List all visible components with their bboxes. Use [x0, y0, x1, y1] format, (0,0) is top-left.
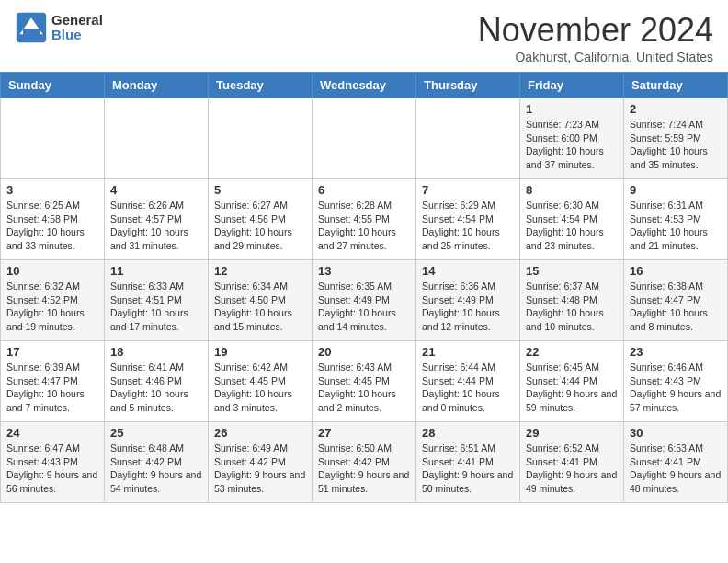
day-number: 16	[630, 264, 722, 278]
day-info: Sunrise: 6:49 AM Sunset: 4:42 PM Dayligh…	[214, 442, 306, 496]
calendar-day-cell: 9Sunrise: 6:31 AM Sunset: 4:53 PM Daylig…	[624, 179, 728, 260]
day-number: 25	[110, 426, 202, 440]
day-info: Sunrise: 6:29 AM Sunset: 4:54 PM Dayligh…	[422, 199, 514, 253]
calendar-day-cell: 22Sunrise: 6:45 AM Sunset: 4:44 PM Dayli…	[520, 341, 624, 422]
calendar-day-cell	[209, 98, 313, 179]
calendar-day-cell: 3Sunrise: 6:25 AM Sunset: 4:58 PM Daylig…	[1, 179, 105, 260]
calendar-day-cell: 30Sunrise: 6:53 AM Sunset: 4:41 PM Dayli…	[624, 422, 728, 503]
logo-blue: Blue	[51, 28, 103, 43]
day-number: 22	[526, 345, 618, 359]
day-info: Sunrise: 6:44 AM Sunset: 4:44 PM Dayligh…	[422, 361, 514, 415]
day-info: Sunrise: 6:26 AM Sunset: 4:57 PM Dayligh…	[110, 199, 202, 253]
calendar-day-cell: 26Sunrise: 6:49 AM Sunset: 4:42 PM Dayli…	[209, 422, 313, 503]
calendar-day-cell: 23Sunrise: 6:46 AM Sunset: 4:43 PM Dayli…	[624, 341, 728, 422]
day-number: 18	[110, 345, 202, 359]
calendar-day-cell: 4Sunrise: 6:26 AM Sunset: 4:57 PM Daylig…	[105, 179, 209, 260]
calendar-day-cell: 2Sunrise: 7:24 AM Sunset: 5:59 PM Daylig…	[624, 98, 728, 179]
calendar-day-cell: 14Sunrise: 6:36 AM Sunset: 4:49 PM Dayli…	[416, 260, 520, 341]
day-number: 13	[318, 264, 410, 278]
day-info: Sunrise: 6:33 AM Sunset: 4:51 PM Dayligh…	[110, 280, 202, 334]
calendar-day-cell: 21Sunrise: 6:44 AM Sunset: 4:44 PM Dayli…	[416, 341, 520, 422]
logo-icon	[15, 11, 48, 44]
calendar-day-cell: 13Sunrise: 6:35 AM Sunset: 4:49 PM Dayli…	[313, 260, 416, 341]
day-info: Sunrise: 7:23 AM Sunset: 6:00 PM Dayligh…	[526, 118, 618, 172]
day-info: Sunrise: 6:50 AM Sunset: 4:42 PM Dayligh…	[318, 442, 410, 496]
calendar-week-row: 17Sunrise: 6:39 AM Sunset: 4:47 PM Dayli…	[1, 341, 728, 422]
weekday-header-cell: Wednesday	[313, 73, 416, 98]
day-number: 8	[526, 183, 618, 197]
day-number: 24	[6, 426, 98, 440]
weekday-header-cell: Tuesday	[209, 73, 313, 98]
day-info: Sunrise: 6:52 AM Sunset: 4:41 PM Dayligh…	[526, 442, 618, 496]
day-info: Sunrise: 6:31 AM Sunset: 4:53 PM Dayligh…	[630, 199, 722, 253]
calendar-body: 1Sunrise: 7:23 AM Sunset: 6:00 PM Daylig…	[1, 98, 728, 503]
day-info: Sunrise: 6:48 AM Sunset: 4:42 PM Dayligh…	[110, 442, 202, 496]
day-number: 9	[630, 183, 722, 197]
calendar-day-cell: 18Sunrise: 6:41 AM Sunset: 4:46 PM Dayli…	[105, 341, 209, 422]
day-number: 2	[630, 102, 722, 116]
day-info: Sunrise: 6:43 AM Sunset: 4:45 PM Dayligh…	[318, 361, 410, 415]
calendar-day-cell: 16Sunrise: 6:38 AM Sunset: 4:47 PM Dayli…	[624, 260, 728, 341]
calendar-day-cell: 7Sunrise: 6:29 AM Sunset: 4:54 PM Daylig…	[416, 179, 520, 260]
calendar-day-cell: 20Sunrise: 6:43 AM Sunset: 4:45 PM Dayli…	[313, 341, 416, 422]
day-number: 29	[526, 426, 618, 440]
calendar-day-cell: 19Sunrise: 6:42 AM Sunset: 4:45 PM Dayli…	[209, 341, 313, 422]
day-number: 27	[318, 426, 410, 440]
day-number: 3	[6, 183, 98, 197]
day-number: 11	[110, 264, 202, 278]
calendar-day-cell: 27Sunrise: 6:50 AM Sunset: 4:42 PM Dayli…	[313, 422, 416, 503]
calendar-week-row: 3Sunrise: 6:25 AM Sunset: 4:58 PM Daylig…	[1, 179, 728, 260]
title-block: November 2024 Oakhurst, California, Unit…	[478, 11, 713, 64]
day-number: 6	[318, 183, 410, 197]
day-number: 7	[422, 183, 514, 197]
day-info: Sunrise: 6:39 AM Sunset: 4:47 PM Dayligh…	[6, 361, 98, 415]
day-number: 28	[422, 426, 514, 440]
day-number: 1	[526, 102, 618, 116]
calendar-table: SundayMondayTuesdayWednesdayThursdayFrid…	[0, 72, 728, 503]
day-info: Sunrise: 6:41 AM Sunset: 4:46 PM Dayligh…	[110, 361, 202, 415]
day-info: Sunrise: 6:35 AM Sunset: 4:49 PM Dayligh…	[318, 280, 410, 334]
day-info: Sunrise: 6:34 AM Sunset: 4:50 PM Dayligh…	[214, 280, 306, 334]
day-number: 23	[630, 345, 722, 359]
weekday-header-cell: Monday	[105, 73, 209, 98]
calendar-day-cell: 1Sunrise: 7:23 AM Sunset: 6:00 PM Daylig…	[520, 98, 624, 179]
calendar-day-cell: 17Sunrise: 6:39 AM Sunset: 4:47 PM Dayli…	[1, 341, 105, 422]
weekday-header-cell: Thursday	[416, 73, 520, 98]
calendar-day-cell: 25Sunrise: 6:48 AM Sunset: 4:42 PM Dayli…	[105, 422, 209, 503]
location: Oakhurst, California, United States	[478, 50, 713, 64]
day-number: 14	[422, 264, 514, 278]
calendar-day-cell: 10Sunrise: 6:32 AM Sunset: 4:52 PM Dayli…	[1, 260, 105, 341]
day-number: 19	[214, 345, 306, 359]
day-info: Sunrise: 6:37 AM Sunset: 4:48 PM Dayligh…	[526, 280, 618, 334]
day-info: Sunrise: 6:36 AM Sunset: 4:49 PM Dayligh…	[422, 280, 514, 334]
day-number: 15	[526, 264, 618, 278]
page-header: General Blue November 2024 Oakhurst, Cal…	[0, 0, 728, 72]
day-info: Sunrise: 7:24 AM Sunset: 5:59 PM Dayligh…	[630, 118, 722, 172]
day-info: Sunrise: 6:32 AM Sunset: 4:52 PM Dayligh…	[6, 280, 98, 334]
day-info: Sunrise: 6:25 AM Sunset: 4:58 PM Dayligh…	[6, 199, 98, 253]
weekday-header-cell: Sunday	[1, 73, 105, 98]
day-number: 21	[422, 345, 514, 359]
weekday-header-cell: Friday	[520, 73, 624, 98]
day-number: 10	[6, 264, 98, 278]
day-info: Sunrise: 6:46 AM Sunset: 4:43 PM Dayligh…	[630, 361, 722, 415]
calendar-day-cell	[1, 98, 105, 179]
day-info: Sunrise: 6:28 AM Sunset: 4:55 PM Dayligh…	[318, 199, 410, 253]
calendar-day-cell: 12Sunrise: 6:34 AM Sunset: 4:50 PM Dayli…	[209, 260, 313, 341]
day-number: 17	[6, 345, 98, 359]
calendar-day-cell: 28Sunrise: 6:51 AM Sunset: 4:41 PM Dayli…	[416, 422, 520, 503]
calendar-day-cell: 6Sunrise: 6:28 AM Sunset: 4:55 PM Daylig…	[313, 179, 416, 260]
calendar-day-cell: 8Sunrise: 6:30 AM Sunset: 4:54 PM Daylig…	[520, 179, 624, 260]
day-info: Sunrise: 6:30 AM Sunset: 4:54 PM Dayligh…	[526, 199, 618, 253]
day-number: 26	[214, 426, 306, 440]
day-info: Sunrise: 6:47 AM Sunset: 4:43 PM Dayligh…	[6, 442, 98, 496]
calendar-day-cell: 15Sunrise: 6:37 AM Sunset: 4:48 PM Dayli…	[520, 260, 624, 341]
calendar-day-cell: 29Sunrise: 6:52 AM Sunset: 4:41 PM Dayli…	[520, 422, 624, 503]
calendar-day-cell: 11Sunrise: 6:33 AM Sunset: 4:51 PM Dayli…	[105, 260, 209, 341]
calendar-week-row: 1Sunrise: 7:23 AM Sunset: 6:00 PM Daylig…	[1, 98, 728, 179]
month-title: November 2024	[478, 11, 713, 50]
day-info: Sunrise: 6:42 AM Sunset: 4:45 PM Dayligh…	[214, 361, 306, 415]
calendar-day-cell: 24Sunrise: 6:47 AM Sunset: 4:43 PM Dayli…	[1, 422, 105, 503]
day-number: 5	[214, 183, 306, 197]
calendar-week-row: 10Sunrise: 6:32 AM Sunset: 4:52 PM Dayli…	[1, 260, 728, 341]
